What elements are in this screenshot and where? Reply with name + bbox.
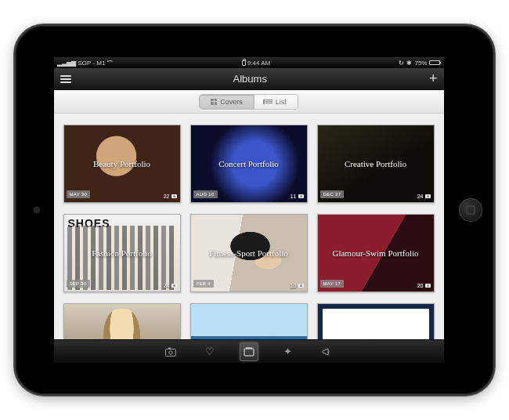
- album-tile[interactable]: Fashion Portfolio SEP 30 24: [63, 214, 181, 292]
- album-date-badge: FEB 4: [193, 280, 214, 288]
- album-date-badge: MAY 17: [320, 280, 345, 288]
- albums-icon: [244, 347, 254, 357]
- album-date-badge: MAY 30: [67, 190, 91, 198]
- album-tile[interactable]: Landscapes Portfolio: [190, 303, 308, 339]
- camera-icon: [165, 347, 176, 357]
- camera-icon: [425, 194, 431, 198]
- view-mode-segmented: Covers List: [199, 94, 298, 110]
- svg-rect-2: [168, 347, 171, 349]
- tab-albums[interactable]: [240, 342, 258, 361]
- album-tile[interactable]: Creative Portfolio DEC 27 24: [317, 125, 435, 203]
- battery-icon: [429, 60, 440, 65]
- album-tile[interactable]: Concert Portfolio AUG 10 11: [190, 125, 308, 203]
- megaphone-icon: [322, 347, 332, 357]
- tab-explore[interactable]: ✦: [279, 342, 298, 361]
- album-count-badge: 10: [291, 283, 304, 288]
- tab-bar: ♡ ✦: [54, 339, 444, 363]
- heart-icon: ♡: [205, 346, 215, 357]
- carrier-label: SGP - M1: [78, 60, 106, 67]
- ipad-device-frame: ▂▃▅▆ SGP - M1 9:44 AM ↻ ✱ 75% Albums +: [16, 26, 493, 394]
- page-title: Albums: [71, 73, 429, 85]
- list-label: List: [276, 98, 287, 106]
- albums-grid-container: Beauty Portfolio MAY 30 22 Concert Portf…: [54, 114, 444, 339]
- album-tile[interactable]: Models: [317, 303, 435, 339]
- album-count-badge: 24: [417, 194, 431, 199]
- covers-icon: [211, 99, 217, 105]
- list-icon: [265, 100, 273, 103]
- camera-icon: [171, 284, 177, 288]
- svg-rect-3: [244, 349, 254, 356]
- screen: ▂▃▅▆ SGP - M1 9:44 AM ↻ ✱ 75% Albums +: [54, 57, 444, 363]
- covers-view-button[interactable]: Covers: [200, 95, 254, 109]
- album-title: Models: [318, 304, 434, 339]
- wifi-icon: [107, 60, 113, 66]
- album-count-badge: 20: [417, 283, 431, 288]
- tab-share[interactable]: [318, 342, 337, 361]
- battery-pct-label: 75%: [414, 60, 427, 67]
- album-tile[interactable]: Glamour-Swim Portfolio MAY 17 20: [317, 214, 435, 292]
- camera-icon: [171, 194, 177, 198]
- camera-icon: [425, 284, 431, 288]
- status-bar: ▂▃▅▆ SGP - M1 9:44 AM ↻ ✱ 75%: [54, 57, 444, 68]
- album-count-badge: 22: [164, 194, 177, 199]
- svg-rect-0: [165, 349, 175, 356]
- orientation-lock-icon: ↻: [399, 60, 404, 67]
- clock-label: 9:44 AM: [247, 60, 270, 67]
- bluetooth-icon: ✱: [406, 60, 412, 67]
- album-title: Landscapes Portfolio: [191, 304, 307, 339]
- tab-favorites[interactable]: ♡: [200, 342, 219, 361]
- album-date-badge: SEP 30: [67, 280, 90, 288]
- list-view-button[interactable]: List: [254, 95, 298, 109]
- lock-icon: [242, 60, 246, 66]
- covers-label: Covers: [220, 98, 243, 106]
- home-button[interactable]: [459, 198, 482, 222]
- tab-camera[interactable]: [161, 342, 180, 361]
- album-count-badge: 24: [164, 283, 177, 288]
- album-tile[interactable]: Beauty Portfolio MAY 30 22: [63, 125, 181, 203]
- menu-button[interactable]: [60, 75, 71, 83]
- svg-point-1: [168, 350, 171, 353]
- svg-rect-4: [246, 347, 252, 348]
- add-album-button[interactable]: +: [429, 71, 438, 87]
- signal-bars-icon: ▂▃▅▆: [57, 60, 76, 67]
- device-camera: [34, 208, 39, 212]
- album-date-badge: DEC 27: [320, 190, 345, 198]
- nav-bar: Albums +: [54, 68, 444, 90]
- album-tile[interactable]: Fitness-Sport Portfolio FEB 4 10: [190, 214, 308, 292]
- view-mode-row: Covers List: [54, 90, 444, 114]
- album-date-badge: AUG 10: [193, 190, 218, 198]
- camera-icon: [298, 194, 304, 198]
- album-title: iPhone Portfolio: [64, 304, 180, 339]
- compass-icon: ✦: [283, 346, 292, 357]
- album-tile[interactable]: iPhone Portfolio: [63, 303, 181, 339]
- album-count-badge: 11: [291, 194, 304, 199]
- albums-grid: Beauty Portfolio MAY 30 22 Concert Portf…: [63, 125, 435, 339]
- camera-icon: [298, 284, 304, 288]
